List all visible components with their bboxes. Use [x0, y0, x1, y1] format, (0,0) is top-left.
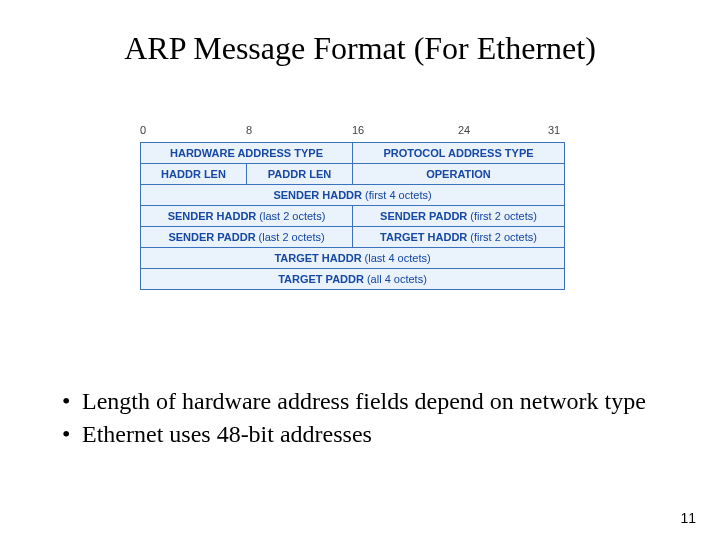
- field-paddr-len: PADDR LEN: [246, 163, 353, 185]
- field-hardware-address-type: HARDWARE ADDRESS TYPE: [140, 142, 353, 164]
- field-haddr-len: HADDR LEN: [140, 163, 247, 185]
- field-label-rest: (last 4 octets): [365, 253, 431, 264]
- page-number: 11: [680, 510, 696, 526]
- field-label-rest: (all 4 octets): [367, 274, 427, 285]
- bit-label-0: 0: [140, 124, 146, 136]
- page-title: ARP Message Format (For Ethernet): [0, 30, 720, 67]
- bullet-item-1: Length of hardware address fields depend…: [62, 386, 662, 417]
- field-protocol-address-type: PROTOCOL ADDRESS TYPE: [352, 142, 565, 164]
- field-sender-haddr-last2: SENDER HADDR (last 2 octets): [140, 205, 353, 227]
- bit-scale: 0 8 16 24 31: [140, 124, 564, 142]
- bit-label-24: 24: [458, 124, 470, 136]
- arp-table: HARDWARE ADDRESS TYPE PROTOCOL ADDRESS T…: [140, 142, 564, 289]
- field-label-rest: (last 2 octets): [259, 211, 325, 222]
- field-target-haddr-first2: TARGET HADDR (first 2 octets): [352, 226, 565, 248]
- field-label-rest: (last 2 octets): [259, 232, 325, 243]
- arp-diagram: 0 8 16 24 31 HARDWARE ADDRESS TYPE PROTO…: [140, 124, 564, 289]
- field-label-bold: SENDER HADDR: [273, 190, 362, 201]
- bit-label-31: 31: [548, 124, 560, 136]
- field-operation: OPERATION: [352, 163, 565, 185]
- slide: ARP Message Format (For Ethernet) 0 8 16…: [0, 0, 720, 540]
- field-sender-haddr-first4: SENDER HADDR (first 4 octets): [140, 184, 565, 206]
- field-label-rest: (first 4 octets): [365, 190, 432, 201]
- field-sender-paddr-first2: SENDER PADDR (first 2 octets): [352, 205, 565, 227]
- field-label-bold: SENDER PADDR: [168, 232, 255, 243]
- field-target-paddr-all4: TARGET PADDR (all 4 octets): [140, 268, 565, 290]
- bullet-item-2: Ethernet uses 48-bit addresses: [62, 419, 662, 450]
- field-label-bold: SENDER PADDR: [380, 211, 467, 222]
- bit-label-8: 8: [246, 124, 252, 136]
- field-label-bold: SENDER HADDR: [168, 211, 257, 222]
- field-label-bold: TARGET HADDR: [274, 253, 361, 264]
- field-label-rest: (first 2 octets): [470, 211, 537, 222]
- bit-label-16: 16: [352, 124, 364, 136]
- field-label-bold: TARGET PADDR: [278, 274, 364, 285]
- field-target-haddr-last4: TARGET HADDR (last 4 octets): [140, 247, 565, 269]
- field-label-bold: TARGET HADDR: [380, 232, 467, 243]
- field-sender-paddr-last2: SENDER PADDR (last 2 octets): [140, 226, 353, 248]
- bullet-list: Length of hardware address fields depend…: [62, 386, 662, 451]
- field-label-rest: (first 2 octets): [470, 232, 537, 243]
